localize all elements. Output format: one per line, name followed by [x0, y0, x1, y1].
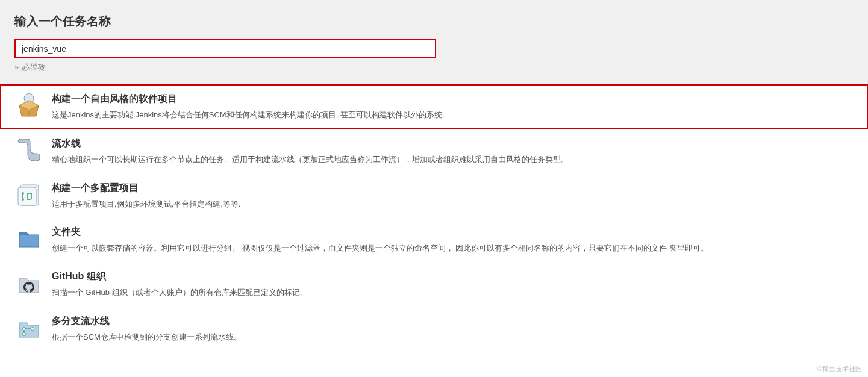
item-folder[interactable]: 文件夹 创建一个可以嵌套存储的容器。利用它可以进行分组。 视图仅仅是一个过滤器，… — [0, 217, 868, 262]
github-icon — [14, 269, 43, 297]
svg-point-4 — [22, 192, 24, 195]
page-title: 输入一个任务名称 — [14, 13, 854, 30]
folder-icon — [14, 225, 43, 252]
multiconfig-icon — [14, 181, 43, 208]
item-desc: 适用于多配置项目,例如多环境测试,平台指定构建,等等. — [52, 198, 854, 211]
svg-point-7 — [23, 332, 26, 335]
item-title: 多分支流水线 — [52, 315, 854, 328]
job-name-input[interactable] — [14, 39, 436, 58]
item-desc: 扫描一个 GitHub 组织（或者个人账户）的所有仓库来匹配已定义的标记。 — [52, 287, 854, 299]
svg-point-5 — [22, 198, 24, 201]
required-note: » 必填项 — [14, 62, 854, 73]
item-multiconfig[interactable]: 构建一个多配置项目 适用于多配置项目,例如多环境测试,平台指定构建,等等. — [0, 173, 868, 218]
multibranch-icon — [14, 314, 43, 341]
item-title: 构建一个多配置项目 — [52, 182, 854, 195]
item-desc: 精心地组织一个可以长期运行在多个节点上的任务。适用于构建流水线（更加正式地应当称… — [52, 154, 854, 166]
item-title: 流水线 — [52, 137, 854, 150]
item-desc: 创建一个可以嵌套存储的容器。利用它可以进行分组。 视图仅仅是一个过滤器，而文件夹… — [52, 242, 854, 255]
item-github-org[interactable]: GitHub 组织 扫描一个 GitHub 组织（或者个人账户）的所有仓库来匹配… — [0, 262, 868, 307]
item-title: 构建一个自由风格的软件项目 — [52, 93, 854, 105]
item-multibranch[interactable]: 多分支流水线 根据一个SCM仓库中检测到的分支创建一系列流水线。 — [0, 307, 868, 351]
item-desc: 根据一个SCM仓库中检测到的分支创建一系列流水线。 — [52, 331, 854, 344]
item-pipeline[interactable]: 流水线 精心地组织一个可以长期运行在多个节点上的任务。适用于构建流水线（更加正式… — [0, 129, 868, 173]
item-title: GitHub 组织 — [52, 270, 854, 283]
freestyle-icon — [14, 92, 43, 119]
job-type-list: 构建一个自由风格的软件项目 这是Jenkins的主要功能.Jenkins将会结合… — [0, 84, 868, 351]
pipeline-icon — [14, 136, 43, 164]
svg-point-8 — [31, 327, 34, 330]
svg-point-6 — [23, 327, 26, 330]
item-title: 文件夹 — [52, 226, 854, 238]
item-freestyle[interactable]: 构建一个自由风格的软件项目 这是Jenkins的主要功能.Jenkins将会结合… — [0, 84, 868, 129]
item-desc: 这是Jenkins的主要功能.Jenkins将会结合任何SCM和任何构建系统来构… — [52, 109, 854, 122]
